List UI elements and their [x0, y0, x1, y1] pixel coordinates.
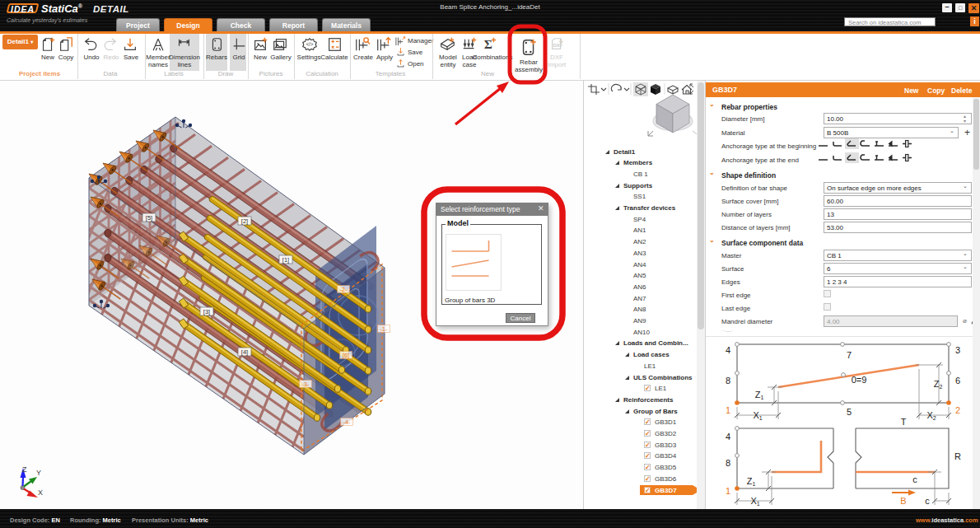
svg-text:Z1: Z1: [747, 476, 756, 487]
svg-text:[5]: [5]: [146, 214, 152, 222]
svg-text:8: 8: [726, 458, 730, 468]
svg-text:c: c: [925, 496, 930, 506]
svg-text:X1: X1: [753, 410, 762, 421]
svg-text:Y: Y: [36, 469, 41, 477]
svg-text:-4-: -4-: [343, 419, 351, 425]
svg-text:0=9: 0=9: [852, 375, 867, 385]
svg-text:-1-: -1-: [380, 326, 388, 332]
svg-text:X1: X1: [750, 496, 759, 507]
svg-text:2: 2: [955, 405, 960, 415]
svg-text:[6]: [6]: [343, 353, 349, 359]
svg-text:6: 6: [955, 376, 960, 385]
svg-text:3: 3: [955, 345, 960, 355]
svg-text:Z1: Z1: [755, 390, 764, 400]
svg-text:[4]: [4]: [241, 348, 248, 356]
svg-text:4: 4: [726, 345, 730, 355]
svg-text:[2]: [2]: [241, 217, 248, 225]
svg-text:X2: X2: [926, 410, 936, 421]
svg-text:</>: </>: [306, 41, 313, 47]
svg-text:[3]: [3]: [203, 308, 210, 315]
svg-text:1: 1: [726, 405, 730, 415]
svg-text:Σ: Σ: [484, 37, 492, 51]
svg-text:4: 4: [726, 432, 730, 442]
svg-text:Z: Z: [22, 465, 27, 474]
svg-text:R: R: [954, 451, 961, 461]
svg-text:8: 8: [726, 376, 730, 385]
svg-text:X: X: [38, 488, 43, 497]
svg-text:-3-: -3-: [302, 381, 310, 387]
svg-text:T: T: [901, 417, 907, 427]
svg-text:7: 7: [847, 350, 852, 360]
svg-text:1: 1: [726, 486, 730, 496]
svg-text:B: B: [900, 496, 906, 506]
svg-text:c: c: [912, 474, 917, 484]
svg-text:Z2: Z2: [934, 379, 943, 390]
svg-text:[1]: [1]: [282, 256, 289, 264]
svg-text:5: 5: [847, 407, 852, 417]
svg-text:-2-: -2-: [340, 287, 348, 292]
